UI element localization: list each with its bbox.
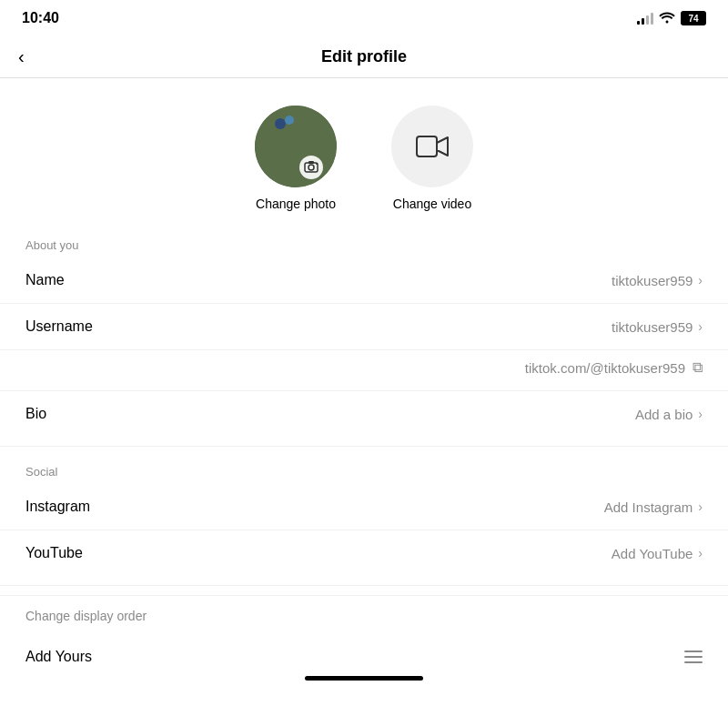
svg-rect-8 [417,136,437,156]
change-video-label: Change video [393,197,471,211]
bio-row[interactable]: Bio Add a bio › [0,391,728,437]
name-label: Name [25,272,65,288]
youtube-row[interactable]: YouTube Add YouTube › [0,530,728,576]
social-section: Social Instagram Add Instagram › YouTube… [0,456,728,576]
status-time: 10:40 [22,10,59,26]
svg-point-1 [275,118,286,129]
svg-point-2 [285,116,294,125]
about-section: About you Name tiktokuser959 › Username … [0,229,728,437]
nav-header: ‹ Edit profile [0,36,728,78]
about-section-header: About you [0,229,728,257]
username-value: tiktokuser959 [612,319,693,335]
drag-handle-icon [684,651,703,663]
username-chevron: › [698,319,703,334]
instagram-value: Add Instagram [604,499,693,515]
bio-value-group: Add a bio › [635,407,703,422]
social-section-header: Social [0,456,728,484]
name-row[interactable]: Name tiktokuser959 › [0,257,728,304]
profile-media-section: Change photo Change video [0,78,728,229]
change-video-button[interactable]: Change video [391,106,473,211]
copy-icon[interactable]: ⧉ [693,359,703,376]
instagram-chevron: › [698,499,703,514]
hamburger-line-1 [684,651,703,652]
url-row: tiktok.com/@tiktokuser959 ⧉ [0,350,728,391]
username-row[interactable]: Username tiktokuser959 › [0,304,728,350]
youtube-chevron: › [698,546,703,560]
section-divider-1 [0,446,728,447]
name-chevron: › [698,273,703,287]
name-value: tiktokuser959 [612,273,693,288]
url-text: tiktok.com/@tiktokuser959 [525,360,685,376]
bio-label: Bio [25,406,46,422]
hamburger-line-3 [684,661,703,663]
svg-rect-6 [308,161,314,164]
instagram-row[interactable]: Instagram Add Instagram › [0,484,728,530]
add-yours-row[interactable]: Add Yours [0,636,728,665]
name-value-group: tiktokuser959 › [612,273,703,288]
youtube-value-group: Add YouTube › [612,546,703,561]
youtube-label: YouTube [25,545,83,561]
username-label: Username [25,318,93,335]
profile-photo-circle [255,106,337,187]
status-bar: 10:40 74 [0,0,728,36]
bio-value: Add a bio [635,407,693,422]
wifi-icon [659,11,675,26]
instagram-value-group: Add Instagram › [604,499,703,515]
signal-icon [637,12,653,25]
status-icons: 74 [637,11,706,26]
profile-video-circle [391,106,473,187]
instagram-label: Instagram [25,499,90,515]
page-title: Edit profile [321,47,407,66]
youtube-value: Add YouTube [612,546,693,561]
change-photo-button[interactable]: Change photo [255,106,337,211]
change-photo-label: Change photo [256,197,336,211]
svg-point-7 [316,163,318,165]
bottom-handle [305,676,423,681]
section-divider-2 [0,585,728,586]
username-value-group: tiktokuser959 › [612,319,703,335]
change-display-order[interactable]: Change display order [0,595,728,636]
battery-icon: 74 [681,11,706,25]
bottom-handle-container [0,665,728,684]
svg-point-3 [299,156,323,179]
svg-point-0 [255,106,337,187]
hamburger-line-2 [684,656,703,658]
bio-chevron: › [698,407,703,421]
add-yours-label: Add Yours [25,649,92,665]
back-button[interactable]: ‹ [18,46,25,67]
